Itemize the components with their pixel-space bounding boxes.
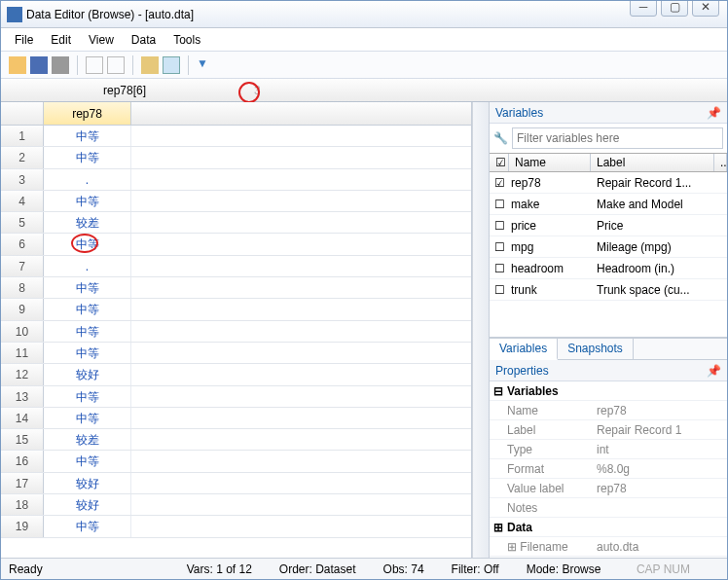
variable-label: Trunk space (cu... — [593, 283, 727, 297]
menu-edit[interactable]: Edit — [51, 33, 71, 47]
variable-row[interactable]: ☐pricePrice — [490, 215, 727, 236]
cell-value[interactable]: 3 — [248, 84, 727, 97]
row-header[interactable]: 7 — [1, 256, 44, 276]
variable-row[interactable]: ☐headroomHeadroom (in.) — [490, 258, 727, 279]
property-row: ⊞ Filenameauto.dta — [490, 537, 727, 557]
variable-row[interactable]: ☐trunkTrunk space (cu... — [490, 279, 727, 301]
row-header[interactable]: 15 — [1, 429, 44, 450]
row-header[interactable]: 6 — [1, 234, 44, 254]
data-cell[interactable]: 较好 — [44, 494, 131, 515]
data-cell[interactable]: . — [44, 169, 131, 190]
row-header[interactable]: 12 — [1, 364, 44, 384]
menu-tools[interactable]: Tools — [173, 33, 200, 47]
row-header[interactable]: 18 — [1, 494, 44, 515]
data-cell[interactable]: 中等 — [44, 191, 131, 211]
row-header[interactable]: 10 — [1, 321, 44, 342]
tab-snapshots[interactable]: Snapshots — [558, 339, 634, 359]
property-value: int — [597, 443, 727, 456]
status-bar: Ready Vars: 1 of 12 Order: Dataset Obs: … — [1, 558, 727, 579]
pin-icon[interactable]: 📌 — [707, 106, 721, 120]
variable-name: make — [509, 198, 593, 211]
data-cell[interactable]: 中等 — [44, 277, 131, 298]
row-header[interactable]: 4 — [1, 191, 44, 211]
maximize-button[interactable]: ▢ — [661, 0, 688, 17]
variable-checkbox[interactable]: ☐ — [490, 283, 509, 297]
data-cell[interactable]: 中等 — [44, 321, 131, 342]
data-cell[interactable]: 较好 — [44, 473, 131, 493]
data-cell[interactable]: 较差 — [44, 429, 131, 450]
cell-reference: rep78[6] — [1, 84, 248, 97]
data-cell[interactable]: 中等 — [44, 343, 131, 363]
row-header[interactable]: 2 — [1, 147, 44, 167]
row-header[interactable]: 5 — [1, 212, 44, 233]
vertical-scrollbar[interactable] — [472, 102, 489, 558]
row-header[interactable]: 13 — [1, 386, 44, 407]
grid-corner[interactable] — [1, 102, 44, 125]
copy-icon[interactable] — [86, 56, 103, 74]
data-cell[interactable]: 中等 — [44, 147, 131, 167]
tab-variables[interactable]: Variables — [490, 339, 558, 360]
variable-label: Headroom (in.) — [593, 262, 727, 275]
separator — [77, 55, 78, 75]
property-row: Namerep78 — [490, 401, 727, 420]
wrench-icon[interactable]: 🔧 — [493, 131, 508, 145]
variable-name: mpg — [509, 240, 593, 254]
properties-group-data[interactable]: ⊞ Data — [490, 518, 727, 537]
print-icon[interactable] — [52, 56, 69, 74]
data-grid[interactable]: rep78 1中等2中等3.4中等5较差6中等7.8中等9中等10中等11中等1… — [1, 102, 472, 558]
open-icon[interactable] — [9, 56, 26, 74]
data-cell[interactable]: 中等 — [44, 299, 131, 319]
menu-data[interactable]: Data — [131, 33, 156, 47]
variable-checkbox[interactable]: ☐ — [490, 198, 509, 211]
data-cell[interactable]: 较差 — [44, 212, 131, 233]
menu-file[interactable]: File — [15, 33, 33, 47]
row-header[interactable]: 17 — [1, 473, 44, 493]
row-header[interactable]: 19 — [1, 516, 44, 536]
variable-checkbox[interactable]: ☐ — [490, 219, 509, 233]
data-cell[interactable]: 中等 — [44, 451, 131, 471]
variable-checkbox[interactable]: ☑ — [490, 176, 509, 190]
menu-view[interactable]: View — [89, 33, 114, 47]
row-header[interactable]: 16 — [1, 451, 44, 471]
row-header[interactable]: 1 — [1, 126, 44, 146]
property-row: Typeint — [490, 440, 727, 459]
variable-checkbox[interactable]: ☐ — [490, 240, 509, 254]
data-cell[interactable]: 中等 — [44, 386, 131, 407]
annotation-circle — [71, 234, 98, 253]
main-area: rep78 1中等2中等3.4中等5较差6中等7.8中等9中等10中等11中等1… — [1, 102, 727, 558]
variable-checkbox[interactable]: ☐ — [490, 262, 509, 275]
variable-label: Make and Model — [593, 198, 727, 211]
save-icon[interactable] — [30, 56, 48, 74]
paste-icon[interactable] — [107, 56, 125, 74]
pin-icon[interactable]: 📌 — [707, 364, 721, 378]
data-cell[interactable]: 中等 — [44, 516, 131, 536]
row-header[interactable]: 14 — [1, 408, 44, 428]
filter-variables-input[interactable] — [512, 127, 723, 149]
data-cell[interactable]: 中等 — [44, 234, 131, 254]
data-cell[interactable]: 较好 — [44, 364, 131, 384]
property-value: rep78 — [597, 404, 727, 417]
row-header[interactable]: 9 — [1, 299, 44, 319]
status-ready: Ready — [9, 562, 43, 576]
browse-icon[interactable] — [163, 56, 180, 74]
minimize-button[interactable]: ─ — [630, 0, 657, 17]
variable-name: rep78 — [509, 176, 593, 190]
variable-row[interactable]: ☐mpgMileage (mpg) — [490, 236, 727, 258]
variable-row[interactable]: ☑rep78Repair Record 1... — [490, 172, 727, 194]
column-header[interactable]: rep78 — [44, 102, 131, 125]
close-button[interactable]: ✕ — [692, 0, 719, 17]
data-cell[interactable]: 中等 — [44, 126, 131, 146]
filter-icon[interactable]: ▼ — [197, 56, 214, 74]
properties-group-variables[interactable]: ⊟ Variables — [490, 381, 727, 401]
separator — [132, 55, 133, 75]
property-label: Label — [490, 423, 597, 437]
data-cell[interactable]: 中等 — [44, 408, 131, 428]
row-header[interactable]: 3 — [1, 169, 44, 190]
edit-icon[interactable] — [141, 56, 159, 74]
row-header[interactable]: 8 — [1, 277, 44, 298]
data-cell[interactable]: . — [44, 256, 131, 276]
status-capnum: CAP NUM — [637, 562, 690, 576]
row-header[interactable]: 11 — [1, 343, 44, 363]
variable-row[interactable]: ☐makeMake and Model — [490, 194, 727, 215]
variables-panel-header: Variables 📌 — [490, 102, 727, 124]
